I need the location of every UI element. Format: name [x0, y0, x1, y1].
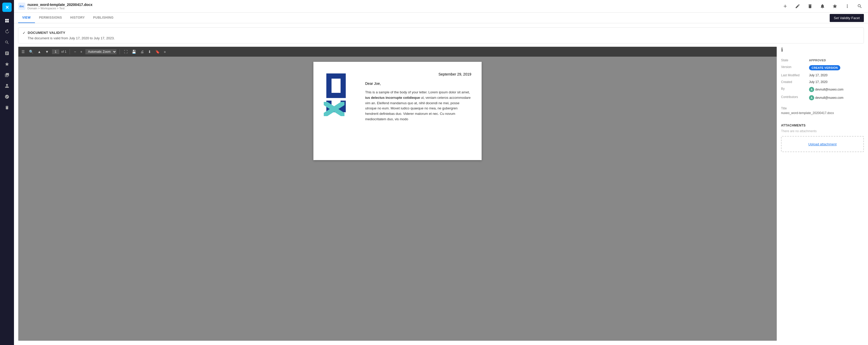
add-button[interactable]: [781, 2, 789, 10]
by-avatar: A: [809, 87, 814, 92]
sidebar-item-favorites[interactable]: [2, 60, 12, 69]
tab-permissions[interactable]: PERMISSIONS: [35, 13, 66, 23]
right-panel: ℹ State APPROVED Version CREATE VERSION: [781, 46, 864, 341]
sidebar-item-collections[interactable]: [2, 70, 12, 80]
sidebar-item-dashboard[interactable]: [2, 16, 12, 25]
pdf-zoom-in[interactable]: +: [79, 49, 83, 54]
content-body: ✓ DOCUMENT VALIDITY The document is vali…: [14, 23, 868, 345]
pdf-letter-date: September 29, 2019: [365, 72, 471, 76]
created-value: July 17, 2020: [809, 80, 864, 84]
header-left: doc nuxeo_word-template_20200417.docx Do…: [18, 3, 92, 10]
star-button[interactable]: [831, 2, 839, 10]
validity-title: DOCUMENT VALIDITY: [28, 31, 115, 35]
header-right: [781, 2, 864, 10]
svg-rect-5: [326, 93, 346, 98]
pdf-search-btn[interactable]: 🔍: [28, 49, 34, 54]
contributor-avatar: A: [809, 95, 814, 100]
pdf-print[interactable]: 🖨: [139, 49, 145, 54]
attachments-title: ATTACHMENTS: [781, 124, 864, 127]
pdf-fullscreen[interactable]: ⛶: [123, 49, 129, 54]
info-icon[interactable]: ℹ: [781, 46, 783, 53]
pdf-next-page[interactable]: ▼: [44, 49, 50, 54]
tab-publishing[interactable]: PUBLISHING: [89, 13, 118, 23]
metadata-row-title: Title nuxeo_word-template_20200417.docx: [781, 105, 864, 116]
pdf-content: September 29, 2019 Dear Joe, This is a s…: [19, 57, 777, 341]
metadata-row-version: Version CREATE VERSION: [781, 64, 864, 72]
edit-button[interactable]: [794, 2, 802, 10]
svg-text:✕: ✕: [5, 5, 9, 10]
delete-button[interactable]: [806, 2, 814, 10]
metadata-row-contributors: Contributors A devnull@nuxeo.com: [781, 94, 864, 102]
created-label: Created: [781, 80, 807, 84]
document-icon: doc: [18, 3, 25, 10]
title-value: nuxeo_word-template_20200417.docx: [781, 111, 834, 115]
contributor-email: devnull@nuxeo.com: [815, 96, 843, 100]
sidebar-item-trash[interactable]: [2, 103, 12, 112]
pdf-bookmark[interactable]: 🔖: [154, 49, 161, 54]
pdf-prev-page[interactable]: ▲: [36, 49, 42, 54]
metadata-row-last-modified: Last Modified July 17, 2020: [781, 72, 864, 79]
title-label: Title: [781, 107, 807, 110]
sidebar-item-profile[interactable]: [2, 81, 12, 91]
pdf-divider-2: [120, 49, 120, 54]
sidebar-item-recent[interactable]: [2, 27, 12, 36]
tab-history[interactable]: HISTORY: [66, 13, 89, 23]
no-attachments-text: There are no attachments: [781, 129, 864, 133]
pdf-viewer: ☰ 🔍 ▲ ▼ of 1 − + Automatic Zoom 50% 75% …: [18, 46, 777, 341]
upload-attachment-area[interactable]: Upload attachment: [781, 136, 864, 152]
app-logo[interactable]: ✕: [2, 3, 12, 12]
pdf-zoom-out[interactable]: −: [73, 49, 77, 54]
by-email: devnull@nuxeo.com: [815, 88, 843, 91]
sidebar-item-search[interactable]: [2, 38, 12, 47]
tab-view[interactable]: VIEW: [18, 13, 35, 23]
state-badge: APPROVED: [809, 59, 826, 62]
top-header: doc nuxeo_word-template_20200417.docx Do…: [14, 0, 868, 13]
validity-description: The document is valid from July 17, 2020…: [28, 36, 115, 40]
version-label: Version: [781, 65, 807, 69]
metadata-table: State APPROVED Version CREATE VERSION La…: [781, 57, 864, 116]
upload-attachment-link[interactable]: Upload attachment: [808, 142, 836, 146]
pdf-letter-greeting: Dear Joe,: [365, 81, 471, 85]
sidebar: ✕: [0, 0, 14, 345]
doc-title-area: nuxeo_word-template_20200417.docx Domain…: [27, 3, 92, 10]
nuxeo-x-logo: [324, 102, 344, 117]
main-content: doc nuxeo_word-template_20200417.docx Do…: [14, 0, 868, 345]
last-modified-value: July 17, 2020: [809, 73, 864, 77]
tabs-bar: VIEW PERMISSIONS HISTORY PUBLISHING Set …: [14, 13, 868, 23]
pdf-more[interactable]: »: [163, 49, 167, 54]
validity-text-block: DOCUMENT VALIDITY The document is valid …: [28, 31, 115, 40]
attachments-section: ATTACHMENTS There are no attachments Upl…: [781, 124, 864, 152]
metadata-row-by: By A devnull@nuxeo.com: [781, 85, 864, 94]
pdf-letter-body: This is a sample of the body of your let…: [365, 90, 471, 122]
pdf-page: September 29, 2019 Dear Joe, This is a s…: [313, 62, 482, 160]
alert-button[interactable]: [818, 2, 827, 10]
tabs-left: VIEW PERMISSIONS HISTORY PUBLISHING: [18, 13, 118, 23]
validity-banner: ✓ DOCUMENT VALIDITY The document is vali…: [18, 27, 864, 43]
contributors-value-row: A devnull@nuxeo.com: [809, 95, 864, 100]
pdf-save[interactable]: 💾: [131, 49, 137, 54]
more-button[interactable]: [843, 2, 851, 10]
validity-check-icon: ✓: [23, 31, 26, 35]
pdf-page-of: of 1: [61, 50, 66, 54]
sidebar-item-admin[interactable]: [2, 92, 12, 101]
create-version-button[interactable]: CREATE VERSION: [809, 65, 840, 70]
last-modified-label: Last Modified: [781, 73, 807, 77]
breadcrumb: Domain > Workspaces > Test: [27, 7, 92, 10]
metadata-row-state: State APPROVED: [781, 57, 864, 64]
contributors-label: Contributors: [781, 95, 807, 99]
state-label: State: [781, 59, 807, 62]
pdf-download[interactable]: ⬇: [147, 49, 152, 54]
by-value-row: A devnull@nuxeo.com: [809, 87, 864, 92]
search-button[interactable]: [856, 2, 864, 10]
sidebar-item-tasks[interactable]: [2, 48, 12, 58]
doc-filename: nuxeo_word-template_20200417.docx: [27, 3, 92, 7]
split-area: ☰ 🔍 ▲ ▼ of 1 − + Automatic Zoom 50% 75% …: [18, 46, 864, 341]
pdf-sidebar-toggle[interactable]: ☰: [21, 49, 26, 54]
pdf-zoom-select[interactable]: Automatic Zoom 50% 75% 100% 125% 150%: [85, 49, 117, 54]
set-validity-button[interactable]: Set Validity Facet: [830, 14, 864, 22]
pdf-toolbar: ☰ 🔍 ▲ ▼ of 1 − + Automatic Zoom 50% 75% …: [19, 47, 777, 57]
by-label: By: [781, 87, 807, 91]
metadata-row-created: Created July 17, 2020: [781, 79, 864, 85]
pdf-page-input[interactable]: [52, 49, 59, 54]
